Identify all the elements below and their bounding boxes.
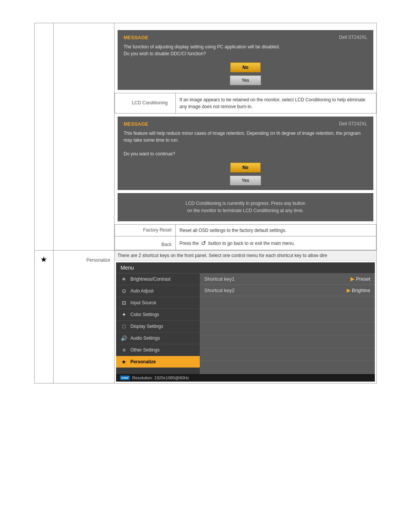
menu-item-displaysettings[interactable]: □ Display Settings: [116, 321, 200, 332]
menu-container: ☀ Brightness/Contrast ⊙ Auto Adjust ⊟ In…: [116, 273, 375, 374]
shortcut-key1-value-container: ▶ Preset: [350, 276, 370, 282]
back-arrow-icon: ↺: [201, 240, 206, 247]
displaysettings-label: Display Settings: [131, 324, 163, 329]
shortcut-key2-row: Shortcut key2 ▶ Brightne: [200, 285, 375, 296]
message-label-1: MESSAGE: [124, 35, 148, 40]
empty-row-2: [200, 309, 375, 322]
back-description: Press the ↺ button to go back to or exit…: [176, 236, 376, 250]
personalize-section: ★ Personalize There are 2 shortcut keys …: [35, 251, 377, 383]
message-label-2: MESSAGE: [124, 121, 148, 127]
top-section: MESSAGE Dell ST242XL The function of adj…: [35, 23, 377, 251]
factory-reset-label: Factory Reset: [143, 227, 172, 233]
shortcut-key1-row: Shortcut key1 ▶ Preset: [200, 273, 375, 285]
menu-item-brightness[interactable]: ☀ Brightness/Contrast: [116, 273, 200, 285]
brightness-label: Brightness/Contrast: [131, 276, 170, 282]
lcd-conditioning-desc: If an image appears to be retained on th…: [176, 93, 376, 113]
lcd-conditioning-label: LCD Conditioning: [115, 96, 172, 107]
ddc-no-button[interactable]: No: [230, 62, 261, 72]
shortcut-key1-label: Shortcut key1: [204, 276, 235, 282]
empty-row-1: [200, 296, 375, 309]
menu-item-inputsource[interactable]: ⊟ Input Source: [116, 297, 200, 309]
inputsource-label: Input Source: [131, 300, 156, 305]
shortcut-key2-value-container: ▶ Brightne: [347, 288, 370, 293]
shortcut-key2-label: Shortcut key2: [204, 288, 235, 293]
personalize-label-col: Personalize: [53, 251, 114, 383]
osd-header-1: MESSAGE Dell ST242XL: [124, 35, 367, 40]
osd-header-2: MESSAGE Dell ST242XL: [124, 121, 367, 127]
menu-item-personalize[interactable]: ★ Personalize: [116, 356, 200, 368]
retention-yes-button[interactable]: Yes: [230, 176, 261, 185]
ddc-yes-button[interactable]: Yes: [230, 75, 261, 85]
empty-row-3: [200, 322, 375, 335]
personalize-description: There are 2 shortcut keys on the front p…: [115, 251, 376, 261]
colorsettings-icon: ✦: [121, 312, 127, 318]
audiosettings-icon: 🔊: [121, 335, 127, 341]
personalize-star-icon: ★: [40, 255, 47, 264]
othersettings-label: Other Settings: [131, 347, 160, 353]
brightness-icon: ☀: [121, 276, 127, 282]
retention-message-box: MESSAGE Dell ST242XL This feature will h…: [118, 117, 373, 190]
autoadjust-icon: ⊙: [121, 288, 127, 294]
osd-menu-container: Menu ☀ Brightness/Contrast ⊙ Auto Adjust: [116, 262, 375, 382]
ddc-buttons: No Yes: [124, 62, 367, 85]
personalize-label: Personalize: [57, 254, 110, 263]
audiosettings-label: Audio Settings: [131, 335, 160, 341]
shortcut-key1-value: Preset: [356, 276, 370, 282]
menu-item-othersettings[interactable]: ≡ Other Settings: [116, 344, 200, 356]
empty-row-5: [200, 348, 375, 361]
inputsource-icon: ⊟: [121, 300, 127, 306]
lcd-progress-box: LCD Conditioning is currently in progres…: [118, 193, 373, 221]
intel-logo: intel: [120, 375, 130, 380]
menu-item-autoadjust[interactable]: ⊙ Auto Adjust: [116, 285, 200, 297]
empty-row-4: [200, 335, 375, 348]
colorsettings-label: Color Settings: [131, 312, 159, 317]
retention-buttons: No Yes: [124, 163, 367, 185]
empty-row-6: [200, 361, 375, 374]
back-label: Back: [161, 242, 172, 247]
resolution-text: Resolution: 1920x1080@60Hz: [132, 375, 189, 380]
osd-menu-title: Menu: [116, 262, 375, 273]
retention-no-button[interactable]: No: [230, 163, 261, 173]
displaysettings-icon: □: [121, 323, 127, 329]
personalize-menu-label: Personalize: [131, 359, 156, 364]
menu-item-audiosettings[interactable]: 🔊 Audio Settings: [116, 332, 200, 344]
retention-body-text: This feature will help reduce minor case…: [124, 130, 367, 157]
star-col-bottom: ★: [35, 251, 54, 383]
ddc-body-text: The function of adjusting display settin…: [124, 43, 367, 57]
menu-left-panel: ☀ Brightness/Contrast ⊙ Auto Adjust ⊟ In…: [116, 273, 200, 374]
chevron-right-icon-1: ▶: [350, 276, 354, 282]
menu-item-colorsettings[interactable]: ✦ Color Settings: [116, 309, 200, 321]
personalize-content-col: There are 2 shortcut keys on the front p…: [114, 251, 376, 383]
model-label-1: Dell ST242XL: [339, 35, 367, 40]
personalize-menu-icon: ★: [121, 359, 127, 365]
factory-reset-desc: Reset all OSD settings to the factory de…: [176, 225, 376, 236]
star-col-top: [35, 23, 54, 251]
shortcut-key2-value: Brightne: [352, 288, 370, 293]
autoadjust-label: Auto Adjust: [131, 288, 154, 294]
menu-right-panel: Shortcut key1 ▶ Preset Shortcut key2 ▶ B…: [200, 273, 375, 374]
ddc-message-box: MESSAGE Dell ST242XL The function of adj…: [118, 30, 373, 90]
model-label-2: Dell ST242XL: [339, 121, 367, 127]
content-col-top: MESSAGE Dell ST242XL The function of adj…: [114, 23, 376, 251]
othersettings-icon: ≡: [121, 347, 127, 353]
chevron-right-icon-2: ▶: [347, 288, 350, 293]
label-col-top: [53, 23, 114, 251]
resolution-bar: intel Resolution: 1920x1080@60Hz: [116, 374, 375, 382]
